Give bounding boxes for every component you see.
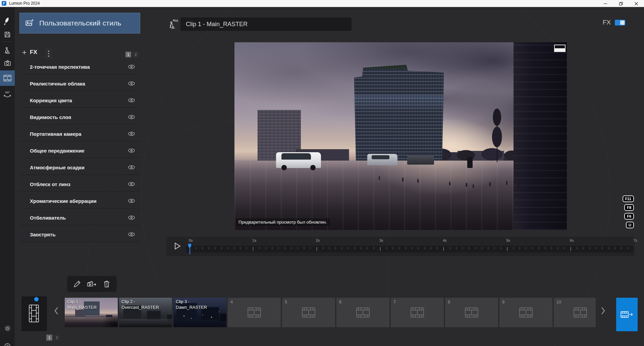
visibility-eye-icon[interactable]	[127, 113, 136, 121]
timeline-tick	[234, 247, 234, 249]
render-movie-button[interactable]	[616, 298, 638, 331]
lumion-home-icon[interactable]	[0, 14, 15, 28]
visibility-eye-icon[interactable]	[127, 197, 136, 205]
render-people	[234, 42, 236, 46]
clips-scroll-left-icon[interactable]	[52, 306, 60, 315]
effect-item[interactable]: Отбеливатель	[19, 210, 140, 225]
fx-page-1[interactable]: 1	[125, 52, 131, 57]
timeline-tick	[418, 247, 418, 249]
edit-clip-icon[interactable]	[72, 279, 82, 289]
delete-clip-icon[interactable]: 2x	[102, 279, 112, 289]
clip-thumbnail[interactable]: Clip 1 - Main_RASTER	[65, 298, 118, 327]
effect-item[interactable]: Портативная камера	[19, 126, 140, 141]
timeline-tick	[513, 247, 514, 249]
slot-number: 9	[502, 299, 504, 304]
timeline-tick	[202, 247, 203, 249]
restore-button[interactable]	[613, 0, 629, 7]
timeline-tick	[532, 247, 533, 249]
timeline-tick	[406, 247, 406, 249]
visibility-eye-icon[interactable]	[127, 180, 136, 188]
timeline-tick	[602, 247, 602, 249]
effect-label: Реалистичные облака	[30, 81, 85, 86]
clips-page-2[interactable]: 2	[54, 335, 60, 341]
clips-scroll-right-icon[interactable]	[599, 306, 607, 315]
timeline-tick	[196, 247, 196, 249]
save-icon[interactable]	[0, 28, 15, 41]
preview-quality-icon[interactable]	[554, 45, 566, 52]
play-button[interactable]	[172, 241, 182, 251]
timeline-tick	[259, 247, 260, 249]
visibility-eye-icon[interactable]	[127, 230, 136, 238]
clip-name-input[interactable]	[180, 17, 352, 31]
timeline-tick	[380, 247, 380, 251]
effect-item[interactable]: Коррекция цвета	[19, 93, 140, 108]
build-mode-icon[interactable]	[0, 44, 15, 57]
fx-more-menu-icon[interactable]	[45, 48, 52, 59]
timeline-tick	[450, 247, 450, 249]
viewport-status-message: Предварительный просмотр был обновлен.	[235, 218, 330, 226]
settings-gear-icon[interactable]	[0, 322, 15, 335]
svg-text:360°: 360°	[5, 91, 10, 94]
effect-item[interactable]: Общее передвижение	[19, 143, 140, 158]
clip-name: Clip 3 - Dawn_RASTER	[176, 299, 215, 310]
visibility-eye-icon[interactable]	[127, 147, 136, 155]
visibility-eye-icon[interactable]	[127, 214, 136, 222]
timeline-tick-label: 2s	[316, 238, 320, 242]
clip-thumbnail[interactable]: Clip 3 - Dawn_RASTER	[173, 298, 226, 327]
effect-item[interactable]: Хроматические аберрации	[19, 193, 140, 208]
close-button[interactable]	[629, 0, 644, 7]
empty-clip-slot[interactable]: 7	[391, 298, 444, 327]
add-fx-button[interactable]: FX	[21, 49, 37, 56]
effect-item[interactable]: Видимость слоя	[19, 110, 140, 124]
visibility-eye-icon[interactable]	[127, 163, 136, 171]
empty-clip-slot[interactable]: 9	[499, 298, 552, 327]
effect-item[interactable]: Атмосферные осадки	[19, 160, 140, 175]
empty-clip-slot[interactable]: 5	[282, 298, 335, 327]
svg-text:2x: 2x	[106, 285, 109, 288]
minimize-button[interactable]	[598, 0, 613, 7]
timeline-tick	[583, 247, 584, 249]
empty-clip-slot[interactable]: 10	[554, 298, 596, 327]
movie-mode-icon[interactable]	[0, 70, 15, 86]
slot-number: 5	[285, 299, 287, 304]
timeline-band[interactable]	[186, 246, 633, 252]
effect-item[interactable]: Заострять	[19, 227, 140, 242]
timeline-tick	[558, 247, 558, 249]
style-panel-title: Пользовательский стиль	[39, 19, 121, 27]
timeline-tick	[399, 247, 399, 249]
visibility-eye-icon[interactable]	[127, 79, 136, 88]
viewport-render[interactable]: Предварительный просмотр был обновлен.	[234, 42, 567, 230]
fx-toggle-switch[interactable]	[615, 20, 625, 25]
timeline-tick	[386, 247, 387, 249]
visibility-eye-icon[interactable]	[127, 96, 136, 104]
export-clip-icon[interactable]	[87, 279, 97, 289]
clip-thumbnail[interactable]: Clip 2 - Overcast_RASTER	[119, 298, 172, 327]
empty-clip-slot[interactable]: 6	[336, 298, 389, 327]
render-dark-car	[407, 155, 434, 165]
film-strip-icon	[356, 307, 370, 318]
effect-item[interactable]: 2-точечная перспектива	[19, 59, 140, 74]
timeline-tick	[367, 247, 368, 249]
timeline-tick	[431, 247, 431, 249]
effect-item[interactable]: Реалистичные облака	[19, 76, 140, 91]
timeline-tick	[608, 247, 609, 249]
clips-pagination: 1 2	[46, 335, 60, 341]
plus-icon	[21, 50, 27, 55]
fx-page-2[interactable]: 2	[133, 52, 139, 57]
timeline-tick	[475, 247, 476, 249]
panorama-360-icon[interactable]: 360°	[0, 88, 15, 101]
clip-set-button[interactable]	[21, 296, 47, 331]
visibility-eye-icon[interactable]	[127, 130, 136, 138]
custom-style-button[interactable]: Пользовательский стиль	[19, 13, 140, 34]
fx-toggle-knob	[620, 20, 625, 25]
empty-clip-slot[interactable]: 4	[228, 298, 281, 327]
help-icon[interactable]: ?	[0, 340, 15, 346]
clips-page-1[interactable]: 1	[46, 335, 52, 341]
visibility-eye-icon[interactable]	[127, 63, 136, 71]
effect-label: Портативная камера	[30, 131, 82, 137]
effect-item[interactable]: Отблеск от линз	[19, 177, 140, 191]
photo-mode-icon[interactable]	[0, 56, 15, 70]
timeline-tick-label: 1s	[252, 238, 256, 242]
timeline-tick	[253, 247, 253, 251]
empty-clip-slot[interactable]: 8	[445, 298, 498, 327]
